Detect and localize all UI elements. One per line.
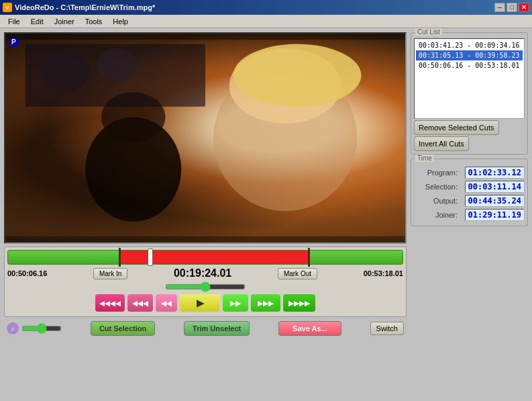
menu-help[interactable]: Help xyxy=(107,16,134,27)
video-area: P xyxy=(4,32,407,244)
cut-list-container: Cut List 00:03:41.23 - 00:09:34.16 00:31… xyxy=(411,32,528,154)
joiner-value: 01:29:11.19 xyxy=(465,209,525,221)
svg-point-7 xyxy=(97,48,138,82)
title-bar: V VideoReDo - C:\Temp\ErnieW\Trim.mpg* ─… xyxy=(0,0,532,15)
play-button[interactable]: ▶ xyxy=(180,294,220,312)
switch-button[interactable]: Switch xyxy=(370,322,404,335)
mark-in-time: 00:50:06.16 xyxy=(7,269,47,277)
menu-file[interactable]: File xyxy=(3,16,25,27)
timeline-cursor[interactable] xyxy=(148,249,153,266)
close-button[interactable]: ✕ xyxy=(519,3,529,12)
timeline-section: 00:50:06.16 Mark In 00:19:24.01 Mark Out… xyxy=(4,247,407,317)
cut-list: 00:03:41.23 - 00:09:34.16 00:31:05.13 - … xyxy=(414,38,525,119)
left-panel: P 00:50:06.16 Mark In 00:19:24.01 Mark O… xyxy=(4,32,407,397)
joiner-label: Joiner: xyxy=(414,211,458,219)
ff-3-button[interactable]: ▶▶▶ xyxy=(251,294,280,312)
speed-slider[interactable] xyxy=(165,281,246,292)
selection-value: 00:03:11.14 xyxy=(465,181,525,193)
output-time-row: Output: 00:44:35.24 xyxy=(414,195,525,207)
bottom-bar: ♪ Cut Selection Trim Unselect Save As...… xyxy=(4,320,407,337)
program-label: Program: xyxy=(414,169,458,177)
time-panel-legend: Time xyxy=(415,154,434,162)
cut-list-item-1[interactable]: 00:31:05.13 - 00:39:58.23 xyxy=(416,50,523,60)
invert-all-cuts-button[interactable]: Invert All Cuts xyxy=(414,136,469,151)
volume-control: ♪ xyxy=(7,322,62,335)
program-value: 01:02:33.12 xyxy=(465,167,525,179)
video-scene: P xyxy=(5,34,405,242)
minimize-button[interactable]: ─ xyxy=(494,3,505,12)
right-panel: Cut List 00:03:41.23 - 00:09:34.16 00:31… xyxy=(411,32,528,397)
selection-time-row: Selection: 00:03:11.14 xyxy=(414,181,525,193)
timeline-bar[interactable] xyxy=(7,250,403,265)
svg-point-4 xyxy=(233,44,362,107)
timeline-mark-in xyxy=(119,248,121,267)
ff-2-button[interactable]: ▶▶ xyxy=(223,294,248,312)
ff-4-button[interactable]: ▶▶▶▶ xyxy=(283,294,315,312)
video-content xyxy=(5,34,405,242)
window-title: VideoReDo - C:\Temp\ErnieW\Trim.mpg* xyxy=(15,3,155,11)
svg-point-6 xyxy=(42,50,90,92)
cut-list-item-0[interactable]: 00:03:41.23 - 00:09:34.16 xyxy=(416,40,523,50)
rewind-4-button[interactable]: ◀◀◀◀ xyxy=(95,294,125,312)
timeline-red-1 xyxy=(119,251,308,264)
mark-in-button[interactable]: Mark In xyxy=(93,268,127,279)
program-time-row: Program: 01:02:33.12 xyxy=(414,167,525,179)
output-value: 00:44:35.24 xyxy=(465,195,525,207)
menu-bar: File Edit Joiner Tools Help xyxy=(0,15,532,28)
mark-out-button[interactable]: Mark Out xyxy=(278,268,317,279)
remove-selected-cuts-button[interactable]: Remove Selected Cuts xyxy=(414,120,499,135)
current-time: 00:19:24.01 xyxy=(174,267,231,279)
cut-selection-button[interactable]: Cut Selection xyxy=(91,321,155,336)
trim-unselect-button[interactable]: Trim Unselect xyxy=(184,321,250,336)
window-controls: ─ □ ✕ xyxy=(494,3,529,12)
rewind-3-button[interactable]: ◀◀◀ xyxy=(127,294,153,312)
menu-tools[interactable]: Tools xyxy=(80,16,108,27)
menu-edit[interactable]: Edit xyxy=(25,16,49,27)
save-as-button[interactable]: Save As... xyxy=(278,321,341,336)
menu-joiner[interactable]: Joiner xyxy=(49,16,80,27)
rewind-2-button[interactable]: ◀◀ xyxy=(156,294,177,312)
time-display-row: 00:50:06.16 Mark In 00:19:24.01 Mark Out… xyxy=(7,267,403,279)
p-indicator: P xyxy=(9,38,18,46)
cut-list-item-2[interactable]: 00:50:06.16 - 00:53:18.01 xyxy=(416,60,523,71)
maximize-button[interactable]: □ xyxy=(507,3,517,12)
transport-row: ◀◀◀◀ ◀◀◀ ◀◀ ▶ ▶▶ ▶▶▶ ▶▶▶▶ xyxy=(7,294,403,312)
timeline-mark-out xyxy=(308,248,310,267)
cut-list-legend: Cut List xyxy=(415,28,442,36)
joiner-time-row: Joiner: 01:29:11.19 xyxy=(414,209,525,221)
mark-out-time: 00:53:18.01 xyxy=(364,269,403,277)
volume-slider[interactable] xyxy=(21,323,62,334)
selection-label: Selection: xyxy=(414,183,458,191)
main-content: P 00:50:06.16 Mark In 00:19:24.01 Mark O… xyxy=(0,28,532,401)
output-label: Output: xyxy=(414,197,458,205)
svg-rect-8 xyxy=(5,34,405,40)
app-icon: V xyxy=(3,3,12,12)
svg-rect-9 xyxy=(5,236,405,242)
volume-icon: ♪ xyxy=(7,322,19,335)
speed-slider-row xyxy=(7,281,403,292)
time-panel: Time Program: 01:02:33.12 Selection: 00:… xyxy=(411,159,528,226)
